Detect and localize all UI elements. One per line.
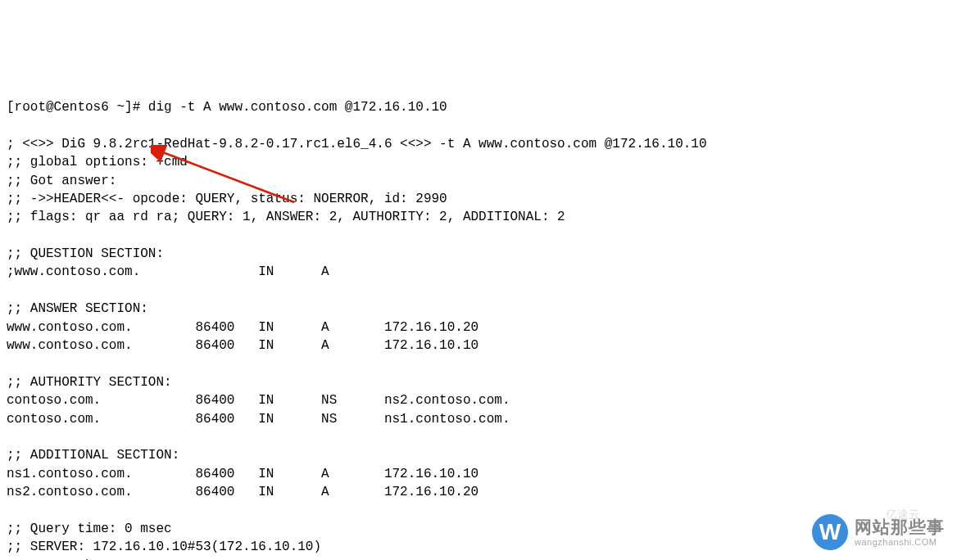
- dig-flags-line: ;; flags: qr aa rd ra; QUERY: 1, ANSWER:…: [7, 210, 565, 224]
- shell-command: dig -t A www.contoso.com @172.16.10.10: [148, 100, 447, 115]
- answer-line-1: www.contoso.com. 86400 IN A 172.16.10.20: [7, 320, 478, 335]
- shell-prompt: [root@Centos6 ~]#: [7, 100, 148, 115]
- authority-line-1: contoso.com. 86400 IN NS ns2.contoso.com…: [7, 393, 510, 408]
- server-line: ;; SERVER: 172.16.10.10#53(172.16.10.10): [7, 540, 321, 554]
- dig-got-answer: ;; Got answer:: [7, 174, 116, 188]
- answer-line-2: www.contoso.com. 86400 IN A 172.16.10.10: [7, 338, 478, 353]
- additional-line-1: ns1.contoso.com. 86400 IN A 172.16.10.10: [7, 467, 478, 481]
- watermark-logo-icon: W: [812, 514, 848, 550]
- watermark-url: wangzhanshi.COM: [855, 537, 945, 547]
- question-section-header: ;; QUESTION SECTION:: [7, 246, 164, 261]
- additional-section-header: ;; ADDITIONAL SECTION:: [7, 448, 179, 463]
- watermark-text: 网站那些事 wangzhanshi.COM: [855, 517, 945, 546]
- question-line: ;www.contoso.com. IN A: [7, 264, 329, 279]
- additional-line-2: ns2.contoso.com. 86400 IN A 172.16.10.20: [7, 485, 478, 499]
- watermark-title: 网站那些事: [855, 517, 945, 536]
- answer-section-header: ;; ANSWER SECTION:: [7, 301, 148, 316]
- dig-header-line: ; <<>> DiG 9.8.2rc1-RedHat-9.8.2-0.17.rc…: [7, 137, 707, 151]
- authority-line-2: contoso.com. 86400 IN NS ns1.contoso.com…: [7, 412, 510, 427]
- query-time-line: ;; Query time: 0 msec: [7, 522, 172, 536]
- terminal-output: [root@Centos6 ~]# dig -t A www.contoso.c…: [7, 80, 950, 560]
- dig-header-info: ;; ->>HEADER<<- opcode: QUERY, status: N…: [7, 192, 447, 206]
- authority-section-header: ;; AUTHORITY SECTION:: [7, 375, 172, 390]
- dig-global-options: ;; global options: +cmd: [7, 155, 188, 169]
- site-watermark: W 网站那些事 wangzhanshi.COM: [812, 514, 945, 550]
